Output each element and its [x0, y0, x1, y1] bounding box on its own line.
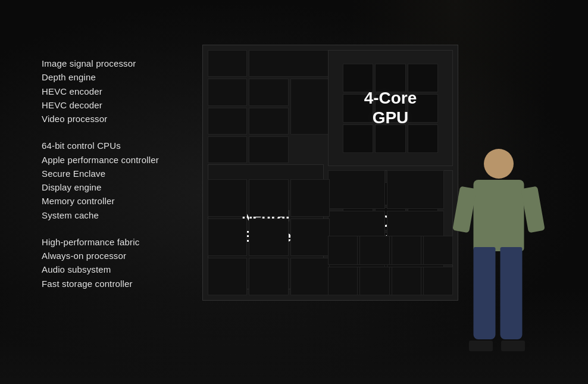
feature-line-hevc-enc: HEVC encoder: [42, 85, 226, 98]
feature-line-depth: Depth engine: [42, 70, 226, 84]
feature-line-video: Video processor: [42, 112, 226, 126]
top-left-blocks: [208, 50, 330, 163]
feature-line-audio: Audio subsystem: [42, 263, 226, 276]
presenter: [445, 149, 552, 351]
chip-cell: [359, 267, 389, 296]
presenter-feet: [469, 341, 528, 351]
chip-cell: [392, 267, 421, 296]
chip-cell: [208, 179, 247, 217]
chip-cell: [328, 170, 385, 209]
feature-line-secure: Secure Enclave: [42, 167, 226, 180]
chip-cell: [249, 79, 288, 105]
feature-line-memory: Memory controller: [42, 194, 226, 208]
presenter-body: [445, 149, 552, 351]
chip-diagram: 4-Core GPU Neural Engine: [202, 45, 458, 301]
feature-list-panel: Image signal processor Depth engine HEVC…: [42, 57, 226, 304]
gpu-cell: [343, 124, 373, 153]
chip-cell: [208, 218, 247, 256]
feature-line-isp: Image signal processor: [42, 57, 226, 70]
presenter-head: [484, 149, 514, 179]
chip-cell: [328, 267, 358, 296]
feature-line-apc: Apple performance controller: [42, 153, 226, 167]
chip-cell: [208, 50, 247, 77]
chip-cell: [392, 236, 421, 265]
chip-cell: [208, 108, 247, 135]
feature-line-storage: Fast storage controller: [42, 277, 226, 291]
chip-cell: [359, 236, 389, 265]
chip-cell: [249, 50, 330, 77]
feature-line-64bit: 64-bit control CPUs: [42, 139, 226, 152]
chip-cell: [249, 258, 288, 295]
gpu-cell: [375, 64, 405, 92]
chip-cell: [208, 258, 247, 295]
chip-cell: [208, 136, 247, 163]
feature-line-aop: Always-on processor: [42, 249, 226, 263]
feature-line-display: Display engine: [42, 180, 226, 194]
gpu-cell: [375, 94, 405, 123]
chip-cell: [249, 179, 288, 217]
gpu-cell: [375, 124, 405, 153]
chip-cell: [290, 179, 330, 217]
bottom-right-blocks: [328, 236, 453, 295]
text-group-1: Image signal processor Depth engine HEVC…: [42, 57, 226, 126]
chip-cell: [249, 136, 288, 163]
chip-cell: [290, 218, 330, 256]
scene: Image signal processor Depth engine HEVC…: [0, 0, 588, 384]
chip-cell: [290, 79, 330, 135]
feature-line-fabric: High-performance fabric: [42, 235, 226, 249]
gpu-cell: [343, 64, 373, 92]
presenter-arms: [460, 188, 537, 235]
bottom-left-blocks: [208, 179, 330, 295]
chip-cell: [249, 108, 288, 135]
leg-right: [501, 247, 523, 339]
gpu-cell: [408, 64, 438, 92]
arm-right: [521, 186, 545, 233]
gpu-cell: [408, 94, 438, 123]
text-group-2: 64-bit control CPUs Apple performance co…: [42, 139, 226, 222]
feature-line-hevc-dec: HEVC decoder: [42, 98, 226, 112]
gpu-block: 4-Core GPU: [328, 50, 453, 166]
arm-left: [452, 186, 477, 233]
chip-cell: [387, 170, 444, 209]
leg-left: [474, 247, 496, 339]
gpu-cell: [343, 94, 373, 123]
chip-cell: [328, 236, 358, 265]
presenter-legs: [474, 247, 524, 339]
chip-background: 4-Core GPU Neural Engine: [202, 45, 458, 301]
chip-cell: [249, 218, 288, 256]
gpu-grid: [343, 64, 438, 153]
chip-cell: [208, 79, 247, 105]
text-group-3: High-performance fabric Always-on proces…: [42, 235, 226, 291]
foot-right: [501, 341, 525, 351]
gpu-cell: [408, 124, 438, 153]
chip-cell: [290, 258, 330, 295]
foot-left: [469, 341, 493, 351]
feature-line-cache: System cache: [42, 208, 226, 222]
